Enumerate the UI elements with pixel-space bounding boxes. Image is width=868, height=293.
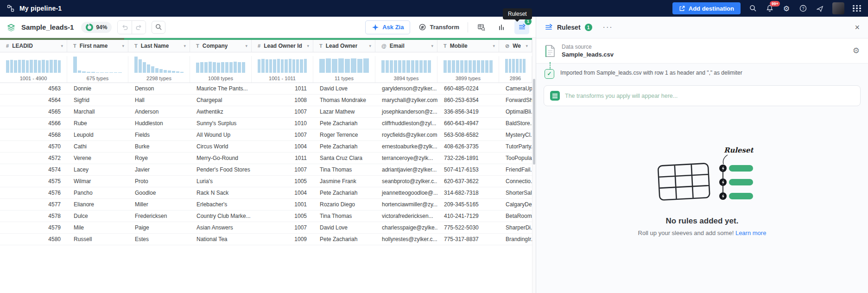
table-row[interactable]: 4564SigfridHallChargepal1008Thomas Mondr…: [0, 95, 532, 106]
histogram-bar[interactable]: [485, 60, 488, 73]
histogram-bar[interactable]: [509, 59, 512, 73]
chevron-down-icon[interactable]: ▾: [122, 44, 124, 48]
chevron-down-icon[interactable]: ▾: [307, 44, 309, 48]
histogram-bar[interactable]: [289, 59, 291, 73]
grid-cell[interactable]: Asian Answers: [190, 222, 252, 233]
histogram-bar[interactable]: [523, 59, 526, 73]
histogram-bar[interactable]: [390, 60, 393, 73]
grid-cell[interactable]: Mile: [67, 222, 128, 233]
grid-cell[interactable]: Merry-Go-Round: [190, 153, 252, 164]
grid-cell[interactable]: National Tea: [190, 234, 252, 245]
grid-cell[interactable]: Roye: [128, 153, 190, 164]
column-histogram[interactable]: 1001 - 4900: [0, 56, 67, 83]
histogram-bar[interactable]: [428, 60, 431, 73]
histogram-bar[interactable]: [300, 59, 303, 73]
table-row[interactable]: 4568LeupoldFieldsAll Wound Up1007Roger T…: [0, 129, 532, 141]
grid-cell[interactable]: Circus World: [190, 141, 252, 152]
histogram-bar[interactable]: [54, 60, 57, 73]
histogram-bar[interactable]: [30, 60, 33, 73]
histogram-bar[interactable]: [386, 60, 389, 73]
grid-cell[interactable]: 660-643-4947: [437, 118, 499, 129]
grid-cell[interactable]: 4566: [0, 118, 67, 129]
grid-cell[interactable]: 1004: [252, 187, 313, 198]
grid-cell[interactable]: Verene: [67, 153, 128, 164]
histogram-bar[interactable]: [225, 62, 228, 73]
grid-cell[interactable]: Pancho: [67, 187, 128, 198]
grid-cell[interactable]: Luria's: [190, 176, 252, 187]
grid-cell[interactable]: 4575: [0, 176, 67, 187]
grid-cell[interactable]: Proto: [128, 176, 190, 187]
grid-cell[interactable]: Connectio...: [499, 176, 532, 187]
histogram-bar[interactable]: [452, 60, 455, 73]
grid-cell[interactable]: 4576: [0, 187, 67, 198]
grid-cell[interactable]: Fields: [128, 129, 190, 140]
grid-cell[interactable]: adriantjavier@zylker...: [375, 164, 437, 175]
grid-cell[interactable]: Cathi: [67, 141, 128, 152]
histogram-bar[interactable]: [419, 60, 423, 73]
grid-cell[interactable]: Pete Zachariah: [313, 118, 375, 129]
grid-cell[interactable]: Pender's Food Stores: [190, 164, 252, 175]
column-histogram[interactable]: 675 types: [67, 56, 128, 83]
search-icon[interactable]: [749, 4, 757, 13]
table-row[interactable]: 4574LaceyJavierPender's Food Stores1007T…: [0, 164, 532, 176]
grid-cell[interactable]: 860-253-6354: [437, 95, 499, 106]
histogram-bar[interactable]: [424, 60, 427, 73]
grid-cell[interactable]: Wilmar: [67, 176, 128, 187]
histogram-bar[interactable]: [520, 59, 522, 73]
column-histogram[interactable]: 11 types: [313, 56, 375, 83]
chevron-down-icon[interactable]: ▾: [245, 44, 247, 48]
histogram-bar[interactable]: [261, 59, 264, 73]
histogram-bar[interactable]: [164, 70, 167, 73]
histogram-bar[interactable]: [242, 62, 245, 73]
histogram-bar[interactable]: [50, 60, 53, 73]
grid-cell[interactable]: ernestoaburke@zylk...: [375, 141, 437, 152]
histogram-bar[interactable]: [105, 72, 108, 73]
chevron-down-icon[interactable]: ▾: [526, 44, 528, 48]
column-header-lead-owner-id[interactable]: #Lead Owner Id▾: [252, 40, 313, 52]
grid-cell[interactable]: Anderson: [128, 106, 190, 117]
histogram-bar[interactable]: [221, 62, 224, 73]
grid-cell[interactable]: Huddleston: [128, 118, 190, 129]
grid-cell[interactable]: All Wound Up: [190, 129, 252, 140]
grid-cell[interactable]: 1010: [252, 118, 313, 129]
vertical-scrollbar[interactable]: [532, 38, 536, 293]
grid-cell[interactable]: 4580: [0, 234, 67, 245]
histogram-bar[interactable]: [411, 60, 414, 73]
grid-cell[interactable]: CalgaryDe...: [499, 199, 532, 210]
grid-cell[interactable]: 1001: [252, 199, 313, 210]
histogram-bar[interactable]: [159, 69, 163, 73]
grid-cell[interactable]: 1007: [252, 106, 313, 117]
column-histogram[interactable]: 1001 - 1011: [252, 56, 313, 83]
grid-cell[interactable]: 563-508-6582: [437, 129, 499, 140]
grid-cell[interactable]: 1007: [252, 164, 313, 175]
chevron-down-icon[interactable]: ▾: [431, 44, 433, 48]
grid-cell[interactable]: josephkanderson@z...: [375, 106, 437, 117]
avatar[interactable]: [832, 2, 844, 14]
apps-grid-icon[interactable]: [853, 5, 862, 12]
grid-cell[interactable]: seanbproto@zylker.c...: [375, 176, 437, 187]
histogram-bar[interactable]: [357, 59, 363, 73]
grid-cell[interactable]: Thomas Mondrake: [313, 95, 375, 106]
histogram-bar[interactable]: [516, 59, 519, 73]
grid-cell[interactable]: Donnie: [67, 83, 128, 94]
grid-cell[interactable]: Denson: [128, 83, 190, 94]
histogram-bar[interactable]: [292, 59, 295, 73]
grid-cell[interactable]: terranceroye@zylk...: [375, 153, 437, 164]
grid-cell[interactable]: 732-226-1891: [437, 153, 499, 164]
grid-cell[interactable]: 4574: [0, 164, 67, 175]
table-row[interactable]: 4579MilePaigeAsian Answers1007David Love…: [0, 222, 532, 234]
grid-cell[interactable]: Javier: [128, 164, 190, 175]
grid-cell[interactable]: jeannetteogoodloe@...: [375, 187, 437, 198]
histogram-bar[interactable]: [82, 71, 86, 73]
grid-cell[interactable]: 1009: [252, 234, 313, 245]
datasource-card[interactable]: Data source Sample_leads.csv ⚙: [536, 38, 868, 64]
histogram-bar[interactable]: [394, 60, 397, 73]
histogram-bar[interactable]: [26, 60, 29, 73]
histogram-bar[interactable]: [172, 71, 175, 73]
grid-cell[interactable]: Lazar Mathew: [313, 106, 375, 117]
grid-cell[interactable]: ShorterSal...: [499, 187, 532, 198]
histogram-bar[interactable]: [58, 60, 61, 73]
grid-cell[interactable]: 4578: [0, 210, 67, 222]
histogram-bar[interactable]: [464, 60, 468, 73]
histogram-bar[interactable]: [266, 59, 268, 73]
